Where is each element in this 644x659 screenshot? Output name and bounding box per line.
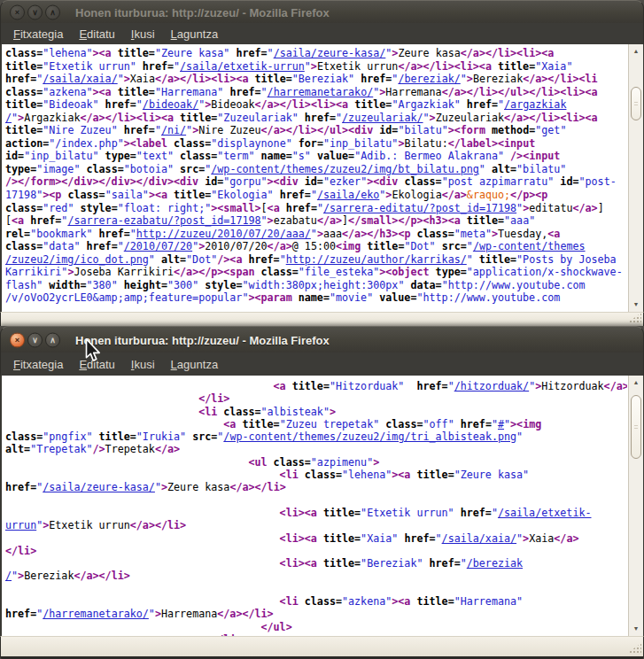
menu-item-laguntza[interactable]: Laguntza	[163, 355, 227, 374]
source-token: class=	[274, 456, 311, 469]
source-link[interactable]: /bideoak/	[143, 98, 198, 111]
source-token: "Trepetak"	[30, 443, 92, 455]
source-token: Argazkiak	[24, 112, 80, 124]
source-link[interactable]: /saila/zeure-kasa/	[43, 481, 155, 493]
source-token: "aaa"	[504, 214, 535, 227]
maximize-button[interactable]: ∧	[45, 4, 60, 19]
source-link[interactable]: /zuzeulariak/	[342, 112, 423, 124]
source-token: </li>	[5, 545, 36, 557]
source-token: editatu	[529, 202, 572, 214]
source-link[interactable]: /saila/etxetik-urrun	[180, 60, 305, 73]
scroll-down-button[interactable]: ▼	[629, 298, 643, 311]
source-link[interactable]: http://zuzeu/2010/07/20/aaa/	[136, 228, 311, 240]
menu-item-laguntza[interactable]: Laguntza	[163, 25, 227, 43]
close-button[interactable]: ×	[10, 332, 25, 347]
source-token: "azpimenu"	[311, 456, 373, 469]
source-token: "	[268, 47, 274, 59]
source-link[interactable]: /bereziak	[467, 557, 523, 570]
source-token: >	[161, 481, 167, 493]
source-line: action="/index.php"><label class="displa…	[5, 137, 627, 151]
source-link[interactable]: /	[5, 112, 12, 124]
resize-grip-icon[interactable]	[625, 313, 641, 324]
source-token: ><img	[510, 418, 541, 430]
source-token: class=	[261, 266, 299, 278]
source-view[interactable]: <a title="Hitzorduak" href="/hitzorduak/…	[2, 376, 627, 636]
source-token: data=	[410, 279, 441, 291]
source-line	[5, 494, 627, 507]
source-link[interactable]: urrun	[5, 519, 36, 531]
source-link[interactable]: /saila/xaia/	[442, 532, 516, 545]
source-link[interactable]: /saila/etxetik-	[498, 507, 592, 519]
source-token: title=	[292, 380, 330, 392]
source-token: "Dot"	[186, 253, 217, 266]
source-link[interactable]: /hitzorduak/	[454, 380, 529, 392]
menu-item-editatu[interactable]: Editatu	[71, 25, 122, 43]
source-line: title="Nire Zuzeu" href="/ni/">Nire Zuze…	[5, 124, 627, 137]
source-link[interactable]: /zuzeu2/img/ico_dot.png	[5, 253, 149, 266]
source-link[interactable]: http://zuzeu/author/karrikas/	[286, 253, 467, 266]
source-link[interactable]: /sarrera-editatu/?post_id=17198	[323, 202, 516, 214]
source-token: class=	[5, 202, 43, 214]
source-token: </a></li>	[74, 570, 129, 582]
source-token: "file_esteka"	[299, 266, 379, 278]
source-link[interactable]: /ni/	[161, 124, 186, 136]
source-token: </p><p	[510, 189, 547, 201]
scrollbar-thumb[interactable]	[631, 87, 641, 120]
minimize-button[interactable]: ∨	[27, 4, 43, 19]
source-link[interactable]: /harremanetarako/	[268, 86, 374, 98]
source-link[interactable]: /saila/xaia/	[43, 73, 117, 85]
source-line: <li class="azkena"><a title="Harremana"	[5, 595, 627, 608]
scroll-up-button[interactable]: ▲	[629, 45, 643, 58]
vertical-scrollbar[interactable]: ▲ ▼	[628, 376, 643, 636]
source-view[interactable]: class="lehena"><a title="Zeure kasa" hre…	[2, 44, 627, 312]
source-link[interactable]: /saila/eko	[317, 189, 379, 201]
source-line: </li>	[5, 392, 627, 405]
source-token: "	[130, 228, 136, 240]
minimize-icon: ∨	[32, 7, 38, 16]
resize-grip-icon[interactable]	[625, 643, 641, 655]
scrollbar-thumb[interactable]	[631, 395, 641, 459]
menu-item-ikusi[interactable]: Ikusi	[123, 355, 163, 374]
source-link[interactable]: /	[5, 570, 12, 582]
window-bottom-frame[interactable]	[0, 312, 644, 326]
source-token: title=	[479, 253, 516, 266]
source-token: href=	[467, 98, 498, 111]
source-token: title=	[5, 98, 43, 111]
source-link[interactable]: /saila/zeure-kasa/	[274, 47, 386, 59]
source-link[interactable]: /sarrera-ezabatu/?post_id=17198	[67, 214, 260, 227]
minimize-button[interactable]: ∨	[27, 332, 43, 347]
source-token: "	[498, 98, 504, 111]
source-token: <li	[280, 595, 305, 608]
source-token: style=	[205, 279, 242, 291]
maximize-button[interactable]: ∧	[45, 332, 60, 347]
source-token: </a></li><li	[523, 73, 597, 85]
source-token: </a></p><span	[174, 266, 261, 278]
titlebar[interactable]: × ∨ ∧ Honen iturburua: http://zuzeu/ - M…	[0, 0, 644, 23]
close-button[interactable]: ×	[10, 4, 25, 19]
source-token: alt=	[161, 253, 186, 266]
source-link[interactable]: /argazkiak	[504, 98, 566, 111]
source-token: Hitzorduak	[541, 380, 603, 392]
scroll-up-button[interactable]: ▲	[629, 376, 643, 389]
source-token: Tuesday,	[498, 228, 547, 240]
source-token: ezabatu	[274, 214, 317, 227]
source-line: href="/saila/xaia/">Xaia</a></li><li><a …	[5, 73, 627, 86]
source-link[interactable]: /wp-content/themes/zuzeu2/img/tri_albist…	[223, 430, 516, 443]
source-token: href=	[30, 214, 61, 227]
source-token: title=	[416, 595, 454, 608]
source-link[interactable]: /harremanetarako/	[43, 608, 149, 620]
source-token: "post azpimarratu"	[442, 175, 561, 188]
source-token: title=	[242, 418, 279, 430]
window-bottom-frame[interactable]	[0, 636, 644, 659]
source-link[interactable]: /2010/07/20	[124, 240, 192, 252]
source-link[interactable]: /wp-content/themes/zuzeu2/img/bt_bilatu.…	[211, 163, 479, 175]
source-link[interactable]: /wp-content/themes	[473, 240, 586, 252]
menu-item-ikusi[interactable]: Ikusi	[123, 25, 163, 43]
menu-item-fitxategia[interactable]: Fitxategia	[5, 355, 71, 374]
scroll-down-button[interactable]: ▼	[629, 623, 643, 635]
menu-item-fitxategia[interactable]: Fitxategia	[5, 25, 71, 43]
vertical-scrollbar[interactable]: ▲ ▼	[628, 44, 643, 312]
source-link[interactable]: #	[498, 418, 504, 430]
source-token: href=	[5, 608, 36, 620]
source-link[interactable]: /bereziak/	[398, 73, 460, 85]
